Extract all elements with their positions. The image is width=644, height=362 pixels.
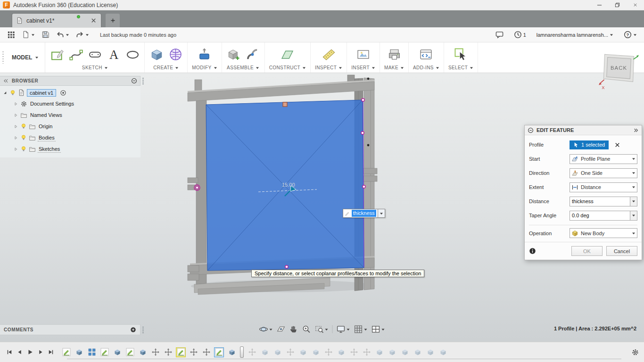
timeline-feature-sketch[interactable] — [99, 347, 109, 357]
timeline-feature-extrude[interactable] — [400, 347, 410, 357]
expand-arrow-icon[interactable] — [13, 135, 18, 140]
save-button[interactable] — [39, 29, 52, 41]
ribbon-group-label-create[interactable]: CREATE — [153, 65, 179, 72]
zoom-button[interactable] — [300, 323, 313, 335]
extent-select[interactable]: Distance — [570, 182, 637, 192]
timeline-track[interactable] — [67, 359, 621, 359]
browser-item-document-settings[interactable]: Document Settings — [0, 98, 140, 109]
operation-select[interactable]: New Body — [570, 228, 637, 238]
timeline-feature-extrude[interactable] — [298, 347, 308, 357]
timeline-feature-extrude[interactable] — [438, 347, 448, 357]
select-tool-button[interactable] — [454, 47, 469, 63]
joint-tool-button[interactable] — [245, 47, 260, 63]
minimize-button[interactable] — [590, 0, 608, 10]
browser-root-row[interactable]: cabinet v1 — [0, 87, 140, 98]
tab-cabinet-v1[interactable]: cabinet v1* — [12, 14, 101, 27]
clear-selection-icon[interactable] — [614, 141, 621, 148]
vertex-point[interactable] — [367, 144, 370, 147]
distance-field[interactable]: thickness — [343, 209, 378, 218]
step-forward-button[interactable] — [36, 348, 45, 357]
direction-select[interactable]: One Side — [570, 168, 637, 178]
restore-button[interactable] — [608, 0, 626, 10]
visibility-bulb-icon[interactable] — [20, 134, 27, 141]
browser-resize-grip[interactable] — [141, 77, 145, 85]
item-label[interactable]: Bodies — [38, 134, 56, 141]
fit-button[interactable] — [313, 323, 330, 335]
form-tool-button[interactable] — [168, 47, 183, 63]
box-tool-button[interactable] — [149, 47, 164, 63]
item-label[interactable]: Document Settings — [29, 100, 75, 107]
expand-arrow-icon[interactable] — [13, 147, 18, 152]
collapse-panel-icon[interactable] — [3, 78, 9, 84]
pan-button[interactable] — [288, 323, 300, 335]
presspull-tool-button[interactable] — [197, 47, 212, 63]
timeline-feature-move[interactable] — [349, 347, 359, 357]
timeline-feature-pattern[interactable] — [87, 347, 97, 357]
skip-end-button[interactable] — [46, 348, 55, 357]
timeline-position-marker[interactable] — [240, 346, 244, 358]
job-status-button[interactable]: 1 — [512, 29, 528, 41]
ribbon-group-label-add-ins[interactable]: ADD-INS — [413, 65, 439, 72]
text-tool-button[interactable]: A — [106, 47, 121, 63]
dialog-header[interactable]: EDIT FEATURE — [525, 125, 642, 135]
distance-dropdown-button[interactable] — [378, 209, 385, 218]
visibility-bulb-icon[interactable] — [20, 123, 27, 130]
orbit-button[interactable] — [257, 323, 275, 335]
sketch-tool-button[interactable] — [50, 47, 65, 63]
timeline-feature-sketch[interactable] — [176, 347, 186, 357]
timeline-feature-extrude[interactable] — [425, 347, 435, 357]
ribbon-group-label-construct[interactable]: CONSTRUCT — [269, 65, 306, 72]
sketch-origin-marker[interactable] — [283, 102, 287, 107]
timeline-feature-move[interactable] — [201, 347, 211, 357]
timeline-feature-move[interactable] — [150, 347, 160, 357]
taper-angle-input[interactable]: 0.0 deg — [570, 211, 630, 221]
app-launcher-button[interactable] — [5, 29, 17, 41]
timeline-feature-move[interactable] — [285, 347, 295, 357]
dialog-collapse-icon[interactable] — [528, 127, 534, 133]
timeline-feature-sketch[interactable] — [61, 347, 71, 357]
measure-tool-button[interactable] — [321, 47, 336, 63]
ribbon-group-label-inspect[interactable]: INSPECT — [315, 65, 342, 72]
expand-arrow-icon[interactable] — [2, 90, 8, 95]
ribbon-group-label-insert[interactable]: INSERT — [351, 65, 375, 72]
ribbon-group-label-select[interactable]: SELECT — [448, 65, 473, 72]
step-back-button[interactable] — [15, 348, 24, 357]
ellipse-tool-button[interactable] — [125, 47, 140, 63]
comments-toggle-button[interactable] — [493, 29, 506, 41]
distance-dropdown-button[interactable] — [630, 197, 637, 206]
new-tab-button[interactable] — [106, 14, 120, 27]
ribbon-group-label-sketch[interactable]: SKETCH — [82, 65, 108, 72]
browser-item-sketches[interactable]: Sketches — [0, 143, 140, 155]
timeline-feature-extrude[interactable] — [227, 347, 237, 357]
ribbon-group-label-make[interactable]: MAKE — [384, 65, 404, 72]
visibility-bulb-icon[interactable] — [9, 90, 16, 96]
account-menu-button[interactable]: lamnarensharma lamnarensh... — [534, 29, 616, 41]
timeline-feature-extrude[interactable] — [374, 347, 384, 357]
browser-item-named-views[interactable]: Named Views — [0, 109, 140, 121]
timeline-settings-gear-icon[interactable] — [631, 348, 639, 356]
taper-angle-dropdown-button[interactable] — [630, 211, 637, 221]
model-viewport[interactable]: 15.00 BACK X BROWSER — [0, 73, 644, 342]
root-document-label[interactable]: cabinet v1 — [27, 89, 56, 97]
timeline-feature-extrude[interactable] — [387, 347, 397, 357]
ribbon-group-label-assemble[interactable]: ASSEMBLE — [227, 65, 259, 72]
timeline-feature-move[interactable] — [323, 347, 333, 357]
info-icon[interactable] — [529, 247, 536, 255]
timeline-feature-move[interactable] — [362, 347, 372, 357]
expand-arrow-icon[interactable] — [13, 124, 18, 129]
grid-button[interactable] — [352, 323, 370, 335]
item-label[interactable]: Origin — [38, 123, 53, 130]
comments-resize-grip[interactable] — [141, 326, 145, 334]
tab-close-icon[interactable] — [90, 17, 97, 24]
plane-tool-button[interactable] — [280, 47, 295, 63]
capture-position-icon[interactable] — [60, 90, 66, 96]
timeline-feature-extrude[interactable] — [272, 347, 282, 357]
help-menu-button[interactable]: ? — [621, 29, 639, 41]
timeline-feature-extrude[interactable] — [413, 347, 422, 357]
addins-tool-button[interactable] — [419, 47, 434, 63]
timeline-feature-move[interactable] — [163, 347, 173, 357]
distance-input[interactable]: thickness — [570, 197, 630, 206]
viewports-button[interactable] — [370, 323, 387, 335]
view-cube[interactable]: BACK X — [598, 49, 639, 91]
close-button[interactable] — [626, 0, 644, 10]
